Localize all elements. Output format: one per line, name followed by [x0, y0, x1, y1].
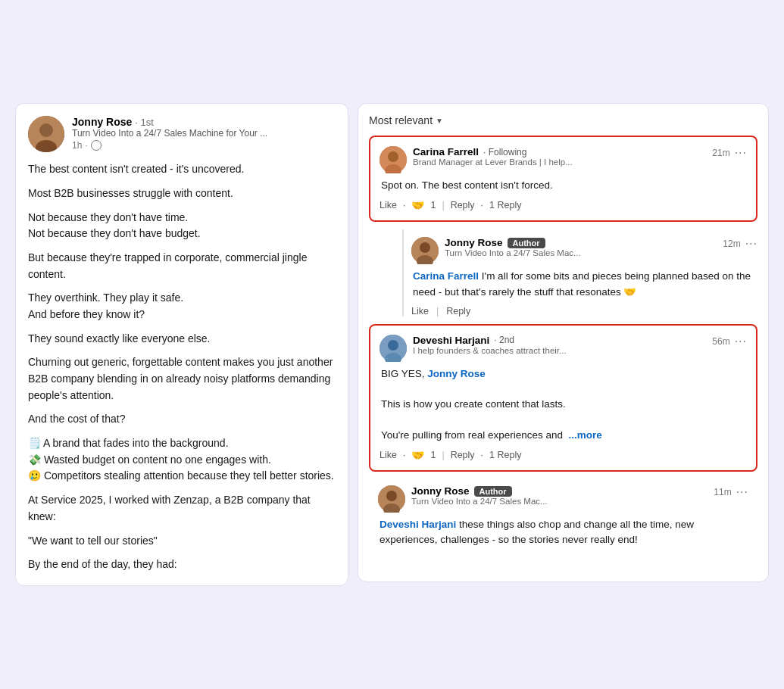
deveshi-mention[interactable]: Jonny Rose: [427, 368, 486, 379]
sort-arrow-icon: ▼: [436, 117, 443, 125]
jonny1-reply[interactable]: Reply: [446, 306, 470, 316]
post-author-subtitle: Turn Video Into a 24/7 Sales Machine for…: [72, 128, 267, 139]
jonny1-avatar: [411, 237, 439, 264]
carina-like-count: 1: [430, 200, 436, 210]
jonny2-name[interactable]: Jonny Rose: [411, 485, 470, 497]
page-container: Jonny Rose · 1st Turn Video Into a 24/7 …: [15, 103, 769, 586]
comment-deveshi: Deveshi Harjani · 2nd I help founders & …: [369, 324, 757, 472]
post-author-avatar: [28, 116, 64, 152]
post-para-4: But because they're trapped in corporate…: [28, 250, 336, 282]
post-para-9: 🗒️ A brand that fades into the backgroun…: [28, 435, 336, 485]
deveshi-actions: Like · 🤝 1 | Reply · 1 Reply: [380, 449, 747, 461]
jonny1-author-label: Author: [508, 238, 545, 248]
jonny2-author-label: Author: [474, 486, 512, 497]
post-author-info: Jonny Rose · 1st Turn Video Into a 24/7 …: [72, 116, 267, 151]
jonny1-time: 12m: [723, 238, 740, 249]
jonny2-subtitle: Turn Video Into a 24/7 Sales Mac...: [411, 497, 548, 506]
jonny2-body: Deveshi Harjani these things also chop a…: [378, 517, 748, 548]
carina-like[interactable]: Like: [380, 200, 397, 210]
post-para-7: Churning out generic, forgettable conten…: [28, 354, 336, 404]
deveshi-degree: · 2nd: [494, 335, 514, 345]
deveshi-body: BIG YES, Jonny Rose This is how you crea…: [380, 366, 747, 443]
post-para-8: And the cost of that?: [28, 411, 336, 428]
jonny1-author-row: Jonny Rose Author Turn Video Into a 24/7…: [411, 237, 581, 264]
dot-sep: ·: [85, 140, 87, 151]
carina-info: Carina Farrell · Following Brand Manager…: [413, 146, 573, 167]
jonny2-time-menu: 11m ···: [714, 485, 748, 499]
deveshi-author-row: Deveshi Harjani · 2nd I help founders & …: [380, 335, 567, 362]
carina-reaction-icon: 🤝: [411, 199, 424, 211]
jonny1-menu-icon[interactable]: ···: [745, 237, 757, 251]
deveshi-name[interactable]: Deveshi Harjani: [413, 335, 489, 346]
jonny2-mention[interactable]: Deveshi Harjani: [380, 519, 456, 530]
jonny1-like[interactable]: Like: [411, 306, 429, 316]
comment-jonny-2: Jonny Rose Author Turn Video Into a 24/7…: [369, 479, 757, 563]
deveshi-more[interactable]: ...more: [568, 429, 601, 441]
carina-body: Spot on. The best content isn't forced.: [380, 178, 747, 193]
deveshi-time: 56m: [712, 336, 729, 347]
jonny-reply-1-container: Jonny Rose Author Turn Video Into a 24/7…: [402, 229, 757, 316]
carina-name[interactable]: Carina Farrell: [413, 146, 479, 157]
deveshi-like-sep: ·: [403, 450, 405, 460]
globe-icon: [91, 140, 102, 151]
carina-reply-count[interactable]: 1 Reply: [489, 200, 521, 210]
deveshi-like[interactable]: Like: [380, 450, 397, 460]
sep3: |: [442, 450, 444, 460]
deveshi-reply-count[interactable]: 1 Reply: [489, 450, 521, 460]
post-header: Jonny Rose · 1st Turn Video Into a 24/7 …: [28, 116, 336, 152]
comment-carina: Carina Farrell · Following Brand Manager…: [369, 136, 757, 222]
carina-reply[interactable]: Reply: [451, 200, 475, 210]
jonny1-header: Jonny Rose Author Turn Video Into a 24/7…: [411, 237, 757, 264]
post-para-3: Not because they don't have time.Not bec…: [28, 210, 336, 242]
jonny2-menu-icon[interactable]: ···: [736, 485, 748, 499]
carina-time: 21m: [712, 148, 729, 158]
comment-header: Carina Farrell · Following Brand Manager…: [380, 146, 747, 173]
post-para-6: They sound exactly like everyone else.: [28, 331, 336, 348]
deveshi-info: Deveshi Harjani · 2nd I help founders & …: [413, 335, 567, 355]
carina-time-menu: 21m ···: [712, 146, 747, 160]
jonny2-header: Jonny Rose Author Turn Video Into a 24/7…: [378, 485, 748, 513]
jonny1-mention[interactable]: Carina Farrell: [413, 270, 479, 282]
deveshi-avatar: [380, 335, 407, 362]
carina-menu-icon[interactable]: ···: [735, 146, 747, 160]
carina-actions: Like · 🤝 1 | Reply · 1 Reply: [380, 199, 747, 211]
carina-subtitle: Brand Manager at Lever Brands | I help..…: [413, 157, 573, 167]
comments-panel: Most relevant ▼ Carina Farrell: [358, 103, 769, 582]
post-author-degree: · 1st: [135, 117, 154, 128]
reply-indent-1: Jonny Rose Author Turn Video Into a 24/7…: [402, 229, 757, 316]
deveshi-menu-icon[interactable]: ···: [735, 335, 747, 348]
carina-reply-sep: ·: [481, 200, 483, 210]
post-author-name[interactable]: Jonny Rose: [72, 116, 132, 128]
deveshi-reaction-icon: 🤝: [411, 449, 424, 461]
carina-following: · Following: [483, 147, 526, 157]
deveshi-reply[interactable]: Reply: [451, 450, 475, 460]
svg-point-4: [388, 151, 398, 162]
deveshi-like-count: 1: [430, 450, 436, 460]
jonny1-actions: Like | Reply: [411, 306, 757, 316]
svg-point-13: [386, 491, 397, 501]
deveshi-header: Deveshi Harjani · 2nd I help founders & …: [380, 335, 747, 362]
svg-point-1: [39, 123, 53, 137]
comment-jonny-1: Jonny Rose Author Turn Video Into a 24/7…: [411, 229, 757, 316]
post-panel: Jonny Rose · 1st Turn Video Into a 24/7 …: [15, 103, 348, 586]
svg-point-10: [388, 340, 398, 351]
jonny1-info: Jonny Rose Author Turn Video Into a 24/7…: [445, 237, 581, 257]
post-para-12: By the end of the day, they had:: [28, 556, 336, 573]
carina-avatar: [380, 146, 407, 173]
jonny2-avatar: [378, 485, 405, 513]
sort-header[interactable]: Most relevant ▼: [369, 114, 757, 126]
sep2: |: [436, 306, 439, 316]
sort-label: Most relevant: [369, 114, 433, 126]
deveshi-subtitle: I help founders & coaches attract their.…: [413, 346, 567, 355]
post-meta: 1h ·: [72, 140, 267, 151]
jonny1-subtitle: Turn Video Into a 24/7 Sales Mac...: [445, 248, 581, 257]
post-para-5: They overthink. They play it safe.And be…: [28, 290, 336, 323]
post-content: The best content isn't created - it's un…: [28, 161, 336, 573]
carina-like-sep: ·: [403, 200, 405, 210]
jonny1-name[interactable]: Jonny Rose: [445, 237, 503, 248]
post-para-11: "We want to tell our stories": [28, 533, 336, 550]
post-para-1: The best content isn't created - it's un…: [28, 161, 336, 178]
comment-author-row: Carina Farrell · Following Brand Manager…: [380, 146, 573, 173]
sep1: |: [442, 200, 444, 210]
deveshi-reply-sep: ·: [481, 450, 483, 460]
